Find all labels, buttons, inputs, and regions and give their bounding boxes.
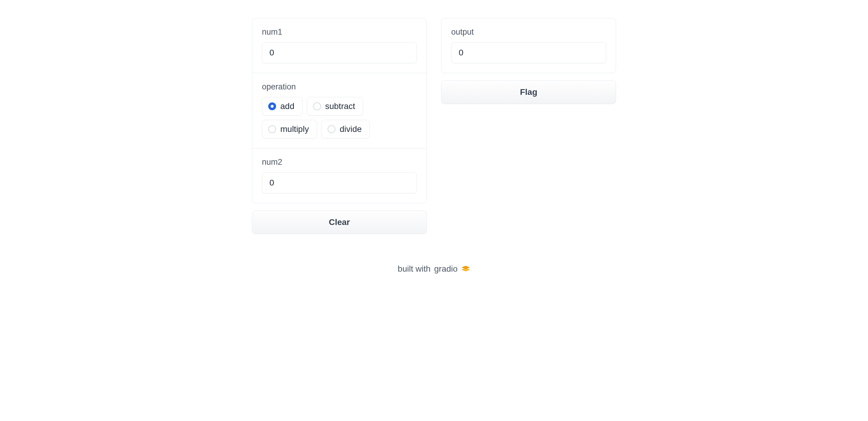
output-card: output: [441, 18, 616, 73]
radio-option-divide[interactable]: divide: [321, 120, 370, 138]
radio-icon: [313, 102, 321, 110]
input-card: num1 operation add subtract: [252, 18, 427, 203]
flag-button[interactable]: Flag: [441, 80, 616, 104]
radio-option-multiply[interactable]: multiply: [262, 120, 317, 138]
num1-label: num1: [262, 27, 417, 37]
operation-label: operation: [262, 82, 417, 92]
output-column: output Flag: [441, 18, 616, 104]
radio-icon: [268, 102, 276, 110]
gradio-logo-icon: [461, 264, 470, 273]
radio-icon: [328, 125, 336, 133]
radio-label: subtract: [325, 101, 355, 111]
footer-brand: gradio: [434, 264, 458, 274]
output-label: output: [451, 27, 606, 37]
operation-section: operation add subtract multi: [252, 73, 427, 149]
clear-button[interactable]: Clear: [252, 210, 427, 234]
radio-option-subtract[interactable]: subtract: [307, 97, 364, 116]
output-section: output: [441, 19, 616, 73]
operation-radio-group: add subtract multiply divi: [262, 97, 417, 138]
radio-label: multiply: [280, 124, 309, 134]
main-container: num1 operation add subtract: [0, 18, 868, 234]
radio-icon: [268, 125, 276, 133]
num2-input[interactable]: [262, 172, 417, 193]
num2-label: num2: [262, 158, 417, 167]
num1-section: num1: [252, 19, 427, 73]
input-column: num1 operation add subtract: [252, 18, 427, 234]
footer-text: built with: [398, 264, 431, 274]
radio-option-add[interactable]: add: [262, 97, 303, 116]
num2-section: num2: [252, 149, 427, 203]
num1-input[interactable]: [262, 42, 417, 63]
radio-label: add: [280, 101, 294, 111]
radio-label: divide: [340, 124, 362, 134]
footer: built with gradio: [0, 264, 868, 274]
output-input[interactable]: [451, 42, 606, 63]
